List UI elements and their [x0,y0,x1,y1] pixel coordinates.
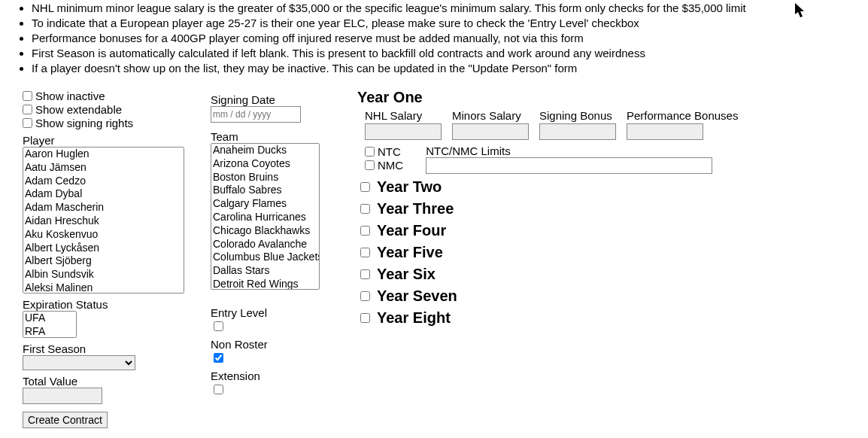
minors-salary-input[interactable] [452,123,529,140]
nmc-checkbox[interactable] [365,160,375,170]
list-item[interactable]: UFA [23,312,76,325]
extension-checkbox[interactable] [214,385,223,394]
list-item[interactable]: Chicago Blackhawks [211,224,319,238]
minors-salary-label: Minors Salary [452,109,529,122]
signing-bonus-label: Signing Bonus [539,109,616,122]
extension-label: Extension [211,370,338,382]
list-item[interactable]: Albin Sundsvik [23,268,184,281]
year-eight-heading: Year Eight [377,309,451,327]
list-item[interactable]: Colorado Avalanche [211,238,319,251]
total-value-input[interactable] [23,388,102,404]
non-roster-checkbox[interactable] [214,353,223,363]
non-roster-label: Non Roster [211,338,338,351]
note-item: First Season is automatically calculated… [32,47,845,60]
list-item[interactable]: Buffalo Sabres [211,184,319,197]
list-item[interactable]: Adam Mascherin [23,201,184,214]
nmc-label: NMC [378,159,403,172]
team-listbox[interactable]: Anaheim DucksArizona CoyotesBoston Bruin… [211,143,320,290]
year-three-checkbox[interactable] [360,204,370,214]
signing-date-label: Signing Date [211,93,338,106]
performance-bonuses-input[interactable] [627,123,703,140]
show-extendable-label: Show extendable [35,103,122,116]
team-label: Team [211,130,338,143]
year-seven-checkbox[interactable] [360,291,370,301]
entry-level-label: Entry Level [211,306,338,319]
show-signing-rights-label: Show signing rights [35,117,133,129]
create-contract-button[interactable]: Create Contract [23,412,108,428]
list-item[interactable]: Albert Sjöberg [23,254,184,268]
year-four-checkbox[interactable] [360,226,370,236]
first-season-label: First Season [23,342,203,355]
year-six-heading: Year Six [377,266,436,283]
list-item[interactable]: Aku Koskenvuo [23,228,184,242]
entry-level-checkbox[interactable] [214,321,223,331]
show-extendable-checkbox[interactable] [23,105,32,114]
year-five-heading: Year Five [377,244,443,261]
show-inactive-label: Show inactive [35,90,105,102]
instruction-list: NHL minimum minor league salary is the g… [23,2,845,75]
list-item[interactable]: Aidan Hreschuk [23,214,184,228]
year-two-checkbox[interactable] [360,182,370,192]
list-item[interactable]: Adam Dybal [23,187,184,201]
year-five-checkbox[interactable] [360,248,370,257]
ntc-label: NTC [378,145,401,158]
year-seven-heading: Year Seven [377,287,457,305]
show-inactive-checkbox[interactable] [23,91,32,101]
ntc-checkbox[interactable] [365,147,375,157]
list-item[interactable]: Aaron Huglen [23,148,184,161]
list-item[interactable]: Aatu Jämsen [23,161,184,175]
year-eight-checkbox[interactable] [360,313,370,323]
first-season-select[interactable] [23,355,135,370]
list-item[interactable]: Dallas Stars [211,264,319,278]
list-item[interactable]: Anaheim Ducks [211,144,319,157]
year-three-heading: Year Three [377,200,454,217]
nhl-salary-input[interactable] [365,123,442,140]
list-item[interactable]: Calgary Flames [211,197,319,211]
expiration-status-listbox[interactable]: UFARFA [23,311,77,338]
year-six-checkbox[interactable] [360,269,370,279]
list-item[interactable]: Albert Lyckåsen [23,242,184,255]
note-item: To indicate that a European player age 2… [32,17,845,30]
list-item[interactable]: Arizona Coyotes [211,157,319,171]
player-listbox[interactable]: Aaron HuglenAatu JämsenAdam CedzoAdam Dy… [23,147,184,294]
ntc-limits-label: NTC/NMC Limits [426,144,511,157]
list-item[interactable]: Carolina Hurricanes [211,211,319,224]
list-item[interactable]: RFA [23,325,76,338]
expiration-status-label: Expiration Status [23,298,203,311]
signing-bonus-input[interactable] [539,123,616,140]
list-item[interactable]: Adam Cedzo [23,175,184,188]
nhl-salary-label: NHL Salary [365,109,442,122]
note-item: NHL minimum minor league salary is the g… [32,2,845,15]
year-four-heading: Year Four [377,222,446,239]
list-item[interactable]: Detroit Red Wings [211,278,319,290]
ntc-limits-input[interactable] [426,157,712,174]
list-item[interactable]: Boston Bruins [211,171,319,184]
mouse-cursor-icon [795,3,807,18]
note-item: If a player doesn't show up on the list,… [32,62,845,75]
show-signing-rights-checkbox[interactable] [23,118,32,128]
list-item[interactable]: Columbus Blue Jackets [211,251,319,264]
performance-bonuses-label: Performance Bonuses [627,109,738,122]
note-item: Performance bonuses for a 400GP player c… [32,32,845,45]
total-value-label: Total Value [23,375,203,388]
player-label: Player [23,134,203,147]
list-item[interactable]: Aleksi Malinen [23,281,184,294]
year-two-heading: Year Two [377,178,442,196]
signing-date-input[interactable] [211,106,301,123]
year-one-heading: Year One [357,89,738,106]
